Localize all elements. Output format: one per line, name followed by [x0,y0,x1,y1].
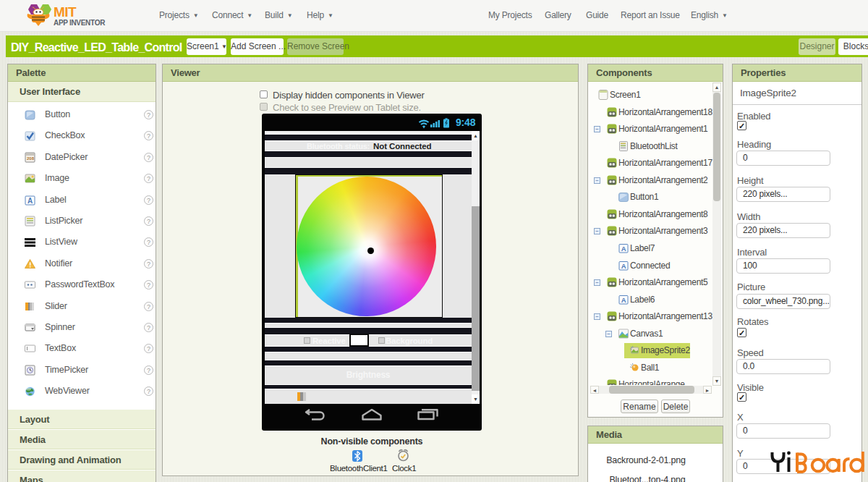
svg-text:MIT: MIT [54,4,77,20]
svg-text:A: A [621,245,626,253]
svg-text:A: A [621,262,626,270]
svg-text:A: A [621,296,626,304]
svg-text:A: A [27,197,33,205]
svg-text:APP INVENTOR: APP INVENTOR [54,19,106,27]
svg-text:208: 208 [27,156,35,161]
